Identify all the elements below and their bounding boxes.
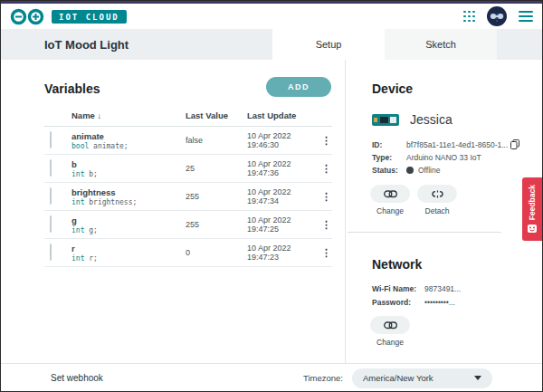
row-checkbox[interactable]	[50, 159, 52, 177]
table-row: animate bool animate; false 10 Apr 2022 …	[44, 127, 332, 155]
variable-declaration: int brightness;	[71, 198, 186, 206]
footer-bar: Set webhook Timezone: America/New York	[1, 363, 542, 392]
device-change-button[interactable]	[370, 185, 410, 203]
tab-sketch[interactable]: Sketch	[385, 29, 497, 60]
variable-declaration: int b;	[71, 170, 186, 178]
network-change-label: Change	[376, 338, 404, 347]
variable-last-value: 25	[186, 164, 247, 173]
board-icon	[372, 114, 399, 126]
variable-last-value: 0	[186, 248, 247, 257]
iot-cloud-badge[interactable]: IOT CLOUD	[52, 10, 127, 24]
password-value: •••••••••...	[424, 298, 455, 307]
timezone-value: America/New York	[363, 373, 433, 383]
variable-last-update: 10 Apr 2022 19:46:30	[247, 131, 320, 149]
table-row: r int r; 0 10 Apr 2022 19:47:23 ⋮	[44, 239, 332, 267]
variable-last-value: false	[186, 136, 247, 145]
link-icon	[384, 321, 397, 330]
app-bar: IOT CLOUD	[1, 4, 542, 29]
variable-name[interactable]: b	[71, 159, 186, 169]
device-change-label: Change	[376, 206, 404, 215]
column-header-name[interactable]: Name ↓	[71, 110, 186, 126]
variable-last-value: 255	[186, 192, 247, 201]
device-detach-button[interactable]	[417, 185, 457, 203]
tab-setup[interactable]: Setup	[272, 29, 385, 60]
user-avatar[interactable]	[487, 6, 507, 26]
column-header-last-update: Last Update	[247, 110, 320, 126]
row-menu-icon[interactable]: ⋮	[320, 163, 332, 175]
device-status-row: Status: Offline	[372, 166, 440, 175]
variable-declaration: int g;	[71, 226, 186, 234]
device-status-value: Offline	[418, 166, 440, 175]
copy-icon[interactable]	[510, 139, 519, 149]
device-panel: Device Jessica ID: bf7f85a1-11e1-4ed1-86…	[346, 60, 543, 363]
device-type-row: Type: Arduino NANO 33 IoT	[372, 153, 481, 162]
variables-title: Variables	[44, 81, 100, 96]
variable-last-update: 10 Apr 2022 19:47:36	[247, 159, 320, 177]
variable-last-update: 10 Apr 2022 19:47:25	[247, 215, 320, 234]
tab-bar: Setup Sketch	[272, 29, 497, 60]
feedback-tab[interactable]: Feedback	[522, 177, 542, 241]
menu-hamburger-icon[interactable]	[519, 11, 533, 22]
page-title: IoT Mood Light	[44, 38, 129, 52]
device-title: Device	[372, 81, 413, 96]
variable-declaration: int r;	[71, 254, 186, 263]
password-row: Password: •••••••••...	[372, 298, 455, 307]
feedback-label: Feedback	[528, 185, 537, 220]
add-variable-button[interactable]: ADD	[266, 77, 331, 97]
apps-grid-icon[interactable]	[463, 11, 475, 23]
network-change-button[interactable]	[370, 316, 410, 334]
table-row: brightness int brightness; 255 10 Apr 20…	[44, 183, 332, 211]
sort-descending-icon[interactable]: ↓	[98, 111, 102, 120]
wifi-name-row: Wi-Fi Name: 9873491...	[372, 284, 461, 293]
iot-cloud-window: IOT CLOUD IoT Mood Light Setup Sketch	[0, 0, 543, 392]
device-type-value: Arduino NANO 33 IoT	[406, 153, 481, 162]
timezone-label: Timezone:	[303, 373, 343, 383]
variable-declaration: bool animate;	[71, 142, 186, 150]
timezone-select[interactable]: America/New York	[352, 368, 492, 388]
variable-name[interactable]: animate	[71, 131, 186, 141]
row-menu-icon[interactable]: ⋮	[320, 135, 332, 147]
title-bar: IoT Mood Light Setup Sketch	[1, 29, 542, 60]
variable-name[interactable]: g	[71, 215, 186, 225]
row-menu-icon[interactable]: ⋮	[320, 191, 332, 203]
row-checkbox[interactable]	[50, 187, 52, 205]
row-checkbox[interactable]	[50, 244, 52, 261]
status-offline-dot	[406, 167, 414, 174]
device-detach-label: Detach	[425, 206, 450, 215]
section-divider	[348, 232, 501, 233]
set-webhook-link[interactable]: Set webhook	[51, 373, 103, 383]
row-menu-icon[interactable]: ⋮	[320, 247, 332, 259]
device-id-value: bf7f85a1-11e1-4ed1-8650-1...	[406, 140, 508, 149]
table-row: b int b; 25 10 Apr 2022 19:47:36 ⋮	[44, 155, 332, 183]
variable-name[interactable]: brightness	[71, 187, 186, 197]
table-header-row: Name ↓ Last Value Last Update	[44, 107, 332, 127]
row-checkbox[interactable]	[50, 131, 52, 148]
row-menu-icon[interactable]: ⋮	[320, 219, 332, 231]
column-header-last-value: Last Value	[186, 110, 247, 126]
device-id-row: ID: bf7f85a1-11e1-4ed1-8650-1...	[372, 139, 519, 149]
chevron-down-icon	[474, 376, 481, 380]
network-title: Network	[372, 257, 422, 272]
smiley-icon	[528, 225, 537, 234]
arduino-logo-icon[interactable]	[10, 8, 44, 25]
variable-last-update: 10 Apr 2022 19:47:34	[247, 187, 320, 206]
device-name: Jessica	[410, 112, 452, 127]
wifi-name-value: 9873491...	[424, 284, 461, 293]
main-content: Variables ADD Name ↓ Last Value Last Upd…	[1, 60, 542, 363]
variable-name[interactable]: r	[71, 244, 186, 253]
row-checkbox[interactable]	[50, 215, 52, 233]
variable-last-update: 10 Apr 2022 19:47:23	[247, 244, 320, 262]
table-row: g int g; 255 10 Apr 2022 19:47:25 ⋮	[44, 211, 332, 239]
variables-table: Name ↓ Last Value Last Update animate bo…	[44, 107, 332, 267]
broken-link-icon	[431, 190, 444, 198]
variable-last-value: 255	[186, 220, 247, 229]
link-icon	[384, 190, 397, 198]
